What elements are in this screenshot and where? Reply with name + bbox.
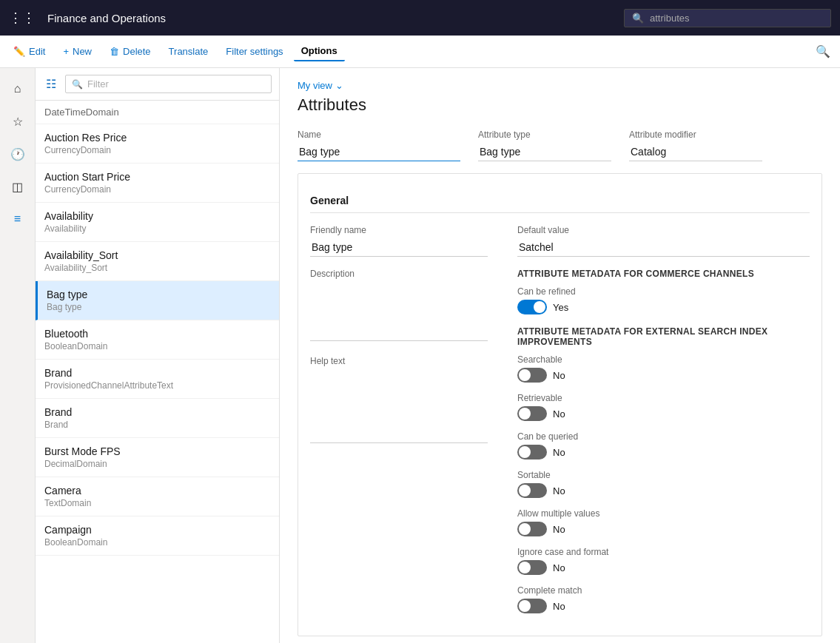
help-text-field: Help text xyxy=(310,356,488,446)
new-icon: + xyxy=(63,46,69,57)
complete-match-text: No xyxy=(553,601,565,612)
global-search[interactable]: 🔍 xyxy=(624,9,831,27)
allow-multiple-row: Allow multiple values No xyxy=(517,508,810,536)
help-text-input[interactable] xyxy=(310,369,488,443)
allow-multiple-text: No xyxy=(553,524,565,535)
ignore-case-text: No xyxy=(553,562,565,573)
toolbar: ✏️ Edit + New 🗑 Delete Translate Filter … xyxy=(0,36,840,68)
filter-button[interactable]: ☷ xyxy=(43,74,59,94)
list-panel: ☷ 🔍 DateTimeDomain Auction Res Price Cur… xyxy=(36,68,280,643)
filter-settings-button[interactable]: Filter settings xyxy=(218,42,290,61)
sortable-label: Sortable xyxy=(517,470,810,480)
grid-icon[interactable]: ⋮⋮ xyxy=(9,10,36,26)
friendly-name-field: Friendly name xyxy=(310,225,488,257)
new-button[interactable]: + New xyxy=(56,42,99,61)
metadata-search-title: ATTRIBUTE METADATA FOR EXTERNAL SEARCH I… xyxy=(517,326,810,347)
list-item[interactable]: Availability_Sort Availability_Sort xyxy=(36,242,279,281)
searchable-text: No xyxy=(553,370,565,381)
default-value-label: Default value xyxy=(517,225,810,235)
nav-modules-button[interactable]: ≡ xyxy=(3,204,33,234)
nav-workspaces-button[interactable]: ◫ xyxy=(3,172,33,201)
delete-icon: 🗑 xyxy=(110,46,119,57)
left-nav: ⌂ ☆ 🕐 ◫ ≡ xyxy=(0,68,36,643)
list-item[interactable]: Auction Start Price CurrencyDomain xyxy=(36,164,279,203)
filter-input[interactable] xyxy=(87,78,265,90)
view-selector[interactable]: My view ⌄ xyxy=(298,80,822,91)
detail-panel: My view ⌄ Attributes Name Attribute type… xyxy=(280,68,840,643)
can-be-queried-toggle[interactable] xyxy=(517,445,547,459)
allow-multiple-toggle[interactable] xyxy=(517,522,547,536)
options-button[interactable]: Options xyxy=(294,41,345,61)
ignore-case-toggle[interactable] xyxy=(517,560,547,575)
attribute-type-label: Attribute type xyxy=(478,129,611,140)
sortable-row: Sortable No xyxy=(517,470,810,498)
attribute-type-group: Attribute type Bag type xyxy=(478,129,611,161)
help-text-label: Help text xyxy=(310,356,488,366)
list-item[interactable]: Availability Availability xyxy=(36,203,279,242)
searchable-label: Searchable xyxy=(517,354,810,365)
attribute-modifier-value: Catalog xyxy=(629,143,762,161)
friendly-name-input[interactable] xyxy=(310,238,488,257)
edit-icon: ✏️ xyxy=(13,46,25,57)
list-item[interactable]: Burst Mode FPS DecimalDomain xyxy=(36,438,279,477)
global-search-input[interactable] xyxy=(650,13,823,24)
list-item[interactable]: Brand ProvisionedChannelAttributeText xyxy=(36,360,279,399)
translate-button[interactable]: Translate xyxy=(161,42,216,61)
can-be-refined-text: Yes xyxy=(553,302,568,313)
can-be-queried-text: No xyxy=(553,447,565,458)
description-label: Description xyxy=(310,269,488,279)
nav-recent-button[interactable]: 🕐 xyxy=(3,139,33,169)
filter-input-wrap[interactable]: 🔍 xyxy=(65,75,272,93)
delete-button[interactable]: 🗑 Delete xyxy=(102,42,158,61)
nav-home-button[interactable]: ⌂ xyxy=(3,74,33,104)
app-title: Finance and Operations xyxy=(47,12,612,24)
chevron-down-icon: ⌄ xyxy=(335,80,343,91)
description-input[interactable] xyxy=(310,282,488,341)
default-value-field: Default value Satchel xyxy=(517,225,810,257)
list-filter-bar: ☷ 🔍 xyxy=(36,68,279,101)
name-field-group: Name xyxy=(298,129,460,161)
complete-match-toggle[interactable] xyxy=(517,599,547,613)
list-item[interactable]: Camera TextDomain xyxy=(36,477,279,516)
sortable-toggle[interactable] xyxy=(517,483,547,498)
general-section: General Friendly name Description Help t… xyxy=(298,173,822,636)
list-item[interactable]: Bluetooth BooleanDomain xyxy=(36,320,279,360)
top-fields: Name Attribute type Bag type Attribute m… xyxy=(298,129,822,161)
ignore-case-label: Ignore case and format xyxy=(517,547,810,557)
list-item[interactable]: Auction Res Price CurrencyDomain xyxy=(36,124,279,164)
toolbar-search-button[interactable]: 🔍 xyxy=(812,41,834,62)
general-left: Friendly name Description Help text xyxy=(310,225,488,624)
topbar: ⋮⋮ Finance and Operations 🔍 xyxy=(0,0,840,36)
searchable-toggle[interactable] xyxy=(517,368,547,383)
can-be-refined-toggle[interactable] xyxy=(517,300,547,314)
ignore-case-row: Ignore case and format No xyxy=(517,547,810,575)
complete-match-label: Complete match xyxy=(517,585,810,596)
attribute-modifier-group: Attribute modifier Catalog xyxy=(629,129,762,161)
complete-match-row: Complete match No xyxy=(517,585,810,613)
general-grid: Friendly name Description Help text xyxy=(310,225,810,624)
can-be-queried-label: Can be queried xyxy=(517,431,810,442)
nav-favorites-button[interactable]: ☆ xyxy=(3,107,33,136)
retrievable-row: Retrievable No xyxy=(517,393,810,421)
list-item-selected[interactable]: Bag type Bag type xyxy=(36,281,279,320)
search-icon: 🔍 xyxy=(632,13,644,24)
list-header-item: DateTimeDomain xyxy=(36,101,279,124)
friendly-name-label: Friendly name xyxy=(310,225,488,235)
attribute-modifier-label: Attribute modifier xyxy=(629,129,762,140)
list-item[interactable]: Brand Brand xyxy=(36,399,279,438)
page-title: Attributes xyxy=(298,95,822,115)
list-item[interactable]: Campaign BooleanDomain xyxy=(36,516,279,556)
edit-button[interactable]: ✏️ Edit xyxy=(6,42,53,61)
general-right: Default value Satchel ATTRIBUTE METADATA… xyxy=(517,225,810,624)
can-be-refined-row: Can be refined Yes xyxy=(517,286,810,314)
attribute-type-value: Bag type xyxy=(478,143,611,161)
description-field: Description xyxy=(310,269,488,344)
allow-multiple-label: Allow multiple values xyxy=(517,508,810,519)
filter-search-icon: 🔍 xyxy=(72,79,83,90)
retrievable-label: Retrievable xyxy=(517,393,810,403)
retrievable-text: No xyxy=(553,408,565,420)
name-label: Name xyxy=(298,129,460,140)
name-input[interactable] xyxy=(298,143,460,161)
general-section-header: General xyxy=(310,186,810,213)
retrievable-toggle[interactable] xyxy=(517,406,547,421)
